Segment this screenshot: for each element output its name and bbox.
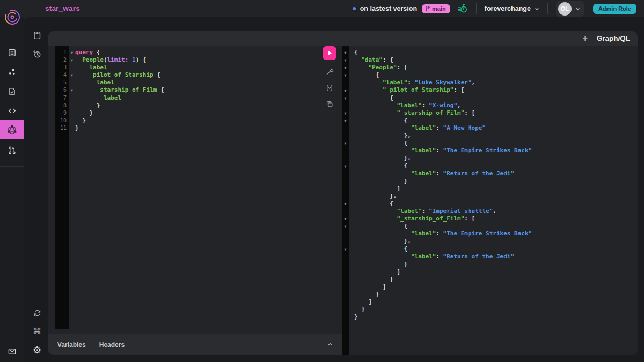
response-code-line: {: [354, 117, 638, 124]
fold-toggle-icon[interactable]: ▾: [342, 65, 348, 70]
fold-toggle-icon[interactable]: ▾: [342, 164, 348, 169]
editor-tools-bar: Variables Headers: [48, 334, 342, 355]
fold-toggle-icon[interactable]: ▾: [69, 56, 75, 64]
query-code-line: }: [69, 124, 315, 132]
sidebar-item-messages[interactable]: [0, 342, 24, 361]
fold-toggle-icon[interactable]: ▾: [69, 86, 75, 94]
tab-variables[interactable]: Variables: [57, 341, 86, 349]
fold-toggle-icon[interactable]: ▾: [342, 141, 348, 146]
response-code-line: {: [354, 223, 638, 230]
app-logo[interactable]: [3, 8, 21, 26]
line-number: 1: [55, 49, 69, 56]
response-code-line: "_starship_of_Film": [: [354, 109, 638, 117]
sidebar-item-tables[interactable]: [0, 43, 24, 62]
keyboard-shortcuts-button[interactable]: ⌘: [28, 322, 46, 341]
response-code-line: }: [354, 178, 638, 185]
fold-toggle-icon[interactable]: ▾: [69, 71, 75, 79]
fold-spacer: [69, 109, 75, 117]
sidebar-item-graphiql[interactable]: [0, 120, 24, 139]
response-code-line: {: [354, 162, 638, 169]
graph-nodes-icon: [8, 68, 17, 77]
response-code-line: "label": "Return of the Jedi": [354, 170, 638, 178]
response-code-line: {: [354, 139, 638, 147]
fold-toggle-icon[interactable]: ▾: [342, 73, 348, 78]
response-code-line: },: [354, 238, 638, 245]
fold-spacer: [69, 79, 75, 86]
gear-icon: ⚙: [33, 345, 41, 355]
line-number: 8: [55, 102, 69, 109]
execute-query-button[interactable]: [323, 46, 336, 60]
response-code-line: "label": "Imperial shuttle",: [354, 208, 638, 215]
line-number: 7: [55, 94, 69, 102]
fold-toggle-icon[interactable]: ▾: [342, 119, 348, 123]
line-number: 11: [55, 124, 69, 132]
sidebar-item-validation[interactable]: [0, 82, 24, 101]
fold-toggle-icon[interactable]: ▾: [342, 88, 348, 93]
fold-toggle-icon[interactable]: ▾: [342, 202, 348, 206]
response-code-line: ]: [354, 185, 638, 193]
workspace-dropdown[interactable]: foreverchange: [485, 5, 539, 12]
refetch-schema-button[interactable]: [28, 304, 46, 322]
docs-plugin-button[interactable]: [28, 26, 46, 45]
fold-toggle-icon[interactable]: ▾: [342, 111, 348, 116]
query-code-line: ▾query {: [69, 49, 315, 56]
fold-toggle-icon[interactable]: ▾: [342, 247, 348, 252]
branch-badge[interactable]: main: [422, 4, 450, 13]
sidebar-item-graph-explorer[interactable]: [0, 62, 24, 82]
query-code[interactable]: ▾query {▾ People(limit: 1) { label▾ _pil…: [69, 49, 315, 132]
fold-spacer: [69, 64, 75, 71]
role-badge: Admin Role: [593, 4, 636, 14]
merge-fragments-button[interactable]: [325, 84, 334, 92]
git-branch-icon: [425, 6, 430, 11]
divider: [0, 166, 24, 167]
docs-icon: [32, 31, 42, 40]
response-code-line: "_starship_of_Film": [: [354, 215, 638, 223]
response-code-line: "label": "The Empire Strikes Back": [354, 147, 638, 154]
fold-toggle-icon[interactable]: ▾: [342, 217, 348, 221]
avatar: OL: [558, 2, 572, 16]
response-code-line: "People": [: [354, 64, 638, 71]
response-code-line: {: [354, 71, 638, 79]
line-number: 9: [55, 109, 69, 117]
graphiql-panel: + GraphiQL 1234567891011 ▾query {▾ Peopl…: [48, 31, 638, 355]
fold-toggle-icon[interactable]: ▾: [342, 224, 348, 229]
user-menu[interactable]: OL: [556, 1, 584, 17]
response-code-line: "label": "Luke Skywalker",: [354, 79, 638, 86]
mail-icon: [8, 347, 17, 356]
query-code-line: label: [69, 64, 315, 71]
new-tab-button[interactable]: +: [582, 34, 587, 43]
sidebar-item-pull-requests[interactable]: [0, 141, 24, 160]
divider: [0, 337, 24, 337]
merge-icon: [325, 84, 334, 92]
sidebar-item-code[interactable]: [0, 101, 24, 120]
query-section: 1234567891011 ▾query {▾ People(limit: 1)…: [48, 46, 342, 355]
response-code-line: }: [354, 276, 638, 283]
query-code-line: ▾ _starship_of_Film {: [69, 86, 315, 94]
fold-toggle-icon[interactable]: ▾: [342, 58, 348, 63]
query-editor[interactable]: 1234567891011 ▾query {▾ People(limit: 1)…: [48, 46, 342, 334]
response-code-line: ]: [354, 283, 638, 291]
query-editor-gutter: 1234567891011: [55, 46, 69, 329]
fold-toggle-icon[interactable]: ▾: [69, 49, 75, 56]
stopwatch-icon[interactable]: [457, 3, 468, 14]
copy-query-button[interactable]: [325, 100, 334, 108]
copy-icon: [325, 100, 334, 108]
project-title: star_wars: [45, 4, 80, 12]
top-bar: star_wars on lastest version main foreve…: [0, 0, 644, 17]
fold-spacer: [69, 102, 75, 109]
response-code-line: "label": "The Empire Strikes Back": [354, 230, 638, 238]
prettify-button[interactable]: [325, 68, 334, 76]
response-code-line: "label": "Return of the Jedi": [354, 253, 638, 261]
chevron-up-icon[interactable]: [327, 341, 333, 348]
history-plugin-button[interactable]: [28, 45, 46, 63]
response-code-line: ]: [354, 268, 638, 276]
tab-headers[interactable]: Headers: [99, 341, 125, 349]
fold-toggle-icon[interactable]: ▾: [342, 96, 348, 101]
response-code-line: }: [354, 306, 638, 313]
line-number: 4: [55, 71, 69, 79]
settings-button[interactable]: ⚙: [28, 341, 46, 359]
status-dot-icon: [353, 7, 356, 10]
response-code-line: "data": {: [354, 56, 638, 64]
app-sidebar: [0, 0, 24, 362]
fold-toggle-icon[interactable]: ▾: [342, 50, 348, 55]
